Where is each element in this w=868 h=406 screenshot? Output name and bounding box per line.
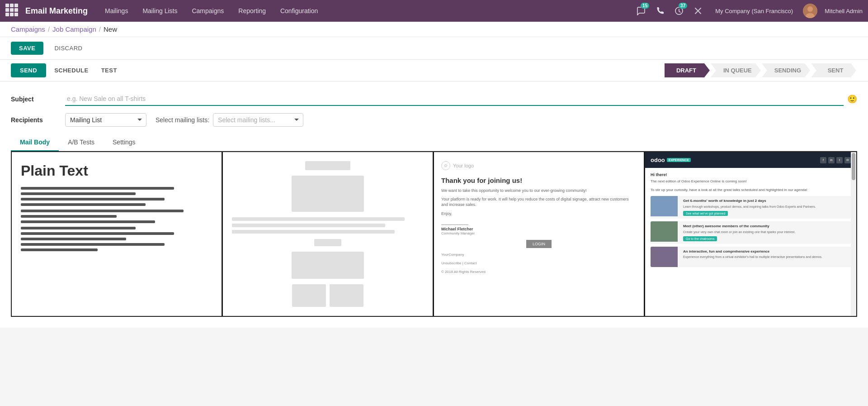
subject-input[interactable] xyxy=(65,92,844,106)
send-bar: SEND SCHEDULE TEST DRAFT IN QUEUE SENDIN… xyxy=(0,60,868,81)
thankyou-body2: Your platform is ready for work. It will… xyxy=(441,196,637,208)
user-avatar[interactable] xyxy=(803,4,817,18)
thankyou-login-btn[interactable]: LOGIN xyxy=(526,240,552,248)
odoo-logo-text: odoo xyxy=(651,157,665,163)
odoo-card2-btn[interactable]: Go to the chatrooms xyxy=(683,236,717,241)
subject-row: Subject 🙂 xyxy=(11,92,857,106)
tab-mail-body[interactable]: Mail Body xyxy=(11,134,59,151)
breadcrumb-campaigns[interactable]: Campaigns xyxy=(11,25,45,33)
tpl-line xyxy=(21,187,174,190)
template-gallery: Plain Text xyxy=(11,151,857,317)
thankyou-body1: We want to take this opportunity to welc… xyxy=(441,188,637,194)
linkedin-icon: in xyxy=(828,157,835,163)
tpl-blank-lines xyxy=(232,217,424,234)
tpl-thankyou-logo: ⊙ Your logo xyxy=(441,161,637,170)
recipients-select[interactable]: Mailing List Contacts Leads Sales Orders xyxy=(65,113,146,127)
tpl-blank-rect xyxy=(232,217,405,221)
tpl-line xyxy=(21,232,174,235)
breadcrumb-campaign[interactable]: Job Campaign xyxy=(52,25,96,33)
nav-mailings[interactable]: Mailings xyxy=(99,5,134,17)
tpl-line xyxy=(21,220,155,223)
recipients-input-wrap: Mailing List Contacts Leads Sales Orders… xyxy=(65,113,857,127)
main-content: Subject 🙂 Recipients Mailing List Contac… xyxy=(0,81,868,328)
test-button[interactable]: TEST xyxy=(95,63,123,77)
schedule-button[interactable]: SCHEDULE xyxy=(48,63,95,77)
nav-campaigns[interactable]: Campaigns xyxy=(185,5,230,17)
subject-input-wrap: 🙂 xyxy=(65,92,857,106)
username: Mitchell Admin xyxy=(825,8,863,14)
tab-ab-tests[interactable]: A/B Tests xyxy=(59,134,104,151)
tpl-blank-rect xyxy=(330,284,363,307)
breadcrumb: Campaigns / Job Campaign / New xyxy=(0,22,868,37)
template-thank-you[interactable]: ⊙ Your logo Thank you for joining us! We… xyxy=(434,152,645,316)
close-icon-btn[interactable] xyxy=(691,4,705,18)
tpl-line xyxy=(21,198,165,201)
svg-point-2 xyxy=(807,6,813,12)
odoo-card-1: Get 6-months' worth of knowledge in just… xyxy=(651,196,851,219)
template-blank[interactable] xyxy=(223,152,434,316)
odoo-logo-badge: EXPERIENCE xyxy=(667,158,691,162)
mailing-list-select-wrap: Select mailing lists... xyxy=(213,113,303,127)
nav-reporting[interactable]: Reporting xyxy=(232,5,272,17)
odoo-card-2: Meet (other) awesome members of the comm… xyxy=(651,221,851,244)
topnav-actions: 15 37 My Company (San Francisco) xyxy=(634,4,863,18)
thankyou-heading: Thank you for joining us! xyxy=(441,177,637,184)
tpl-plaintext-content: Plain Text xyxy=(12,152,222,265)
breadcrumb-sep-1: / xyxy=(48,25,50,33)
recipients-row: Recipients Mailing List Contacts Leads S… xyxy=(11,113,857,127)
thankyou-footer-links: Unsubscribe | Contact xyxy=(441,261,637,265)
odoo-card2-content: Meet (other) awesome members of the comm… xyxy=(681,221,851,244)
odoo-card2-title: Meet (other) awesome members of the comm… xyxy=(683,224,849,229)
odoo-card1-image xyxy=(651,196,678,216)
odoo-logo: odoo EXPERIENCE xyxy=(651,157,691,163)
chat-icon-btn[interactable]: 15 xyxy=(634,4,648,18)
odoo-header: odoo EXPERIENCE f in t ✉ xyxy=(645,152,856,168)
template-gallery-inner: Plain Text xyxy=(12,152,856,316)
nav-configuration[interactable]: Configuration xyxy=(274,5,324,17)
email-icon: ✉ xyxy=(844,157,851,163)
chat-badge: 15 xyxy=(641,3,649,9)
nav-links: Mailings Mailing Lists Campaigns Reporti… xyxy=(99,5,634,17)
odoo-card1-btn[interactable]: See what we've got planned xyxy=(683,211,728,216)
tpl-odoo-content: odoo EXPERIENCE f in t ✉ Hi there! The n… xyxy=(645,152,856,274)
tpl-line xyxy=(21,227,136,229)
gallery-scrollbar[interactable] xyxy=(851,152,856,316)
nav-mailing-lists[interactable]: Mailing Lists xyxy=(136,5,184,17)
app-title: Email Marketing xyxy=(25,6,88,16)
status-sent: SENT xyxy=(811,63,856,77)
mailing-list-select[interactable]: Select mailing lists... xyxy=(213,113,303,127)
template-plain-text[interactable]: Plain Text xyxy=(12,152,223,316)
activity-icon-btn[interactable]: 37 xyxy=(672,4,686,18)
status-sending: SENDING xyxy=(762,63,810,77)
odoo-body: Hi there! The next edition of Odoo Exper… xyxy=(645,168,856,274)
odoo-card2-image xyxy=(651,221,678,242)
tpl-blank-rect xyxy=(292,176,364,212)
tpl-line xyxy=(21,248,98,251)
template-odoo-experience[interactable]: odoo EXPERIENCE f in t ✉ Hi there! The n… xyxy=(645,152,856,316)
thankyou-footer-copy: © 2018 All Rights Reserved xyxy=(441,270,637,274)
emoji-button[interactable]: 🙂 xyxy=(847,94,857,104)
tpl-blank-rect xyxy=(314,239,341,246)
tpl-line xyxy=(21,203,146,206)
phone-icon-btn[interactable] xyxy=(653,4,667,18)
breadcrumb-current: New xyxy=(104,25,117,33)
app-grid-icon[interactable] xyxy=(5,4,20,18)
recipients-label: Recipients xyxy=(11,116,65,124)
save-button[interactable]: SAVE xyxy=(11,42,43,55)
tpl-line xyxy=(21,192,136,195)
tpl-blank-rect xyxy=(232,230,395,234)
send-button[interactable]: SEND xyxy=(11,63,46,77)
company-name: My Company (San Francisco) xyxy=(715,8,793,14)
twitter-icon: t xyxy=(836,157,843,163)
tabs-row: Mail Body A/B Tests Settings xyxy=(11,134,857,151)
tpl-blank-rect xyxy=(292,252,364,279)
tab-settings[interactable]: Settings xyxy=(104,134,145,151)
action-bar: SAVE DISCARD xyxy=(0,37,868,60)
gallery-scrollbar-thumb[interactable] xyxy=(852,153,855,180)
odoo-card-3: An interactive, fun and comprehensive ex… xyxy=(651,247,851,267)
odoo-card1-content: Get 6-months' worth of knowledge in just… xyxy=(681,196,851,219)
odoo-card3-title: An interactive, fun and comprehensive ex… xyxy=(683,249,849,254)
odoo-card1-desc: Learn through workshops, product demos, … xyxy=(683,205,849,209)
discard-button[interactable]: DISCARD xyxy=(48,42,89,55)
logo-circle: ⊙ xyxy=(441,161,450,170)
